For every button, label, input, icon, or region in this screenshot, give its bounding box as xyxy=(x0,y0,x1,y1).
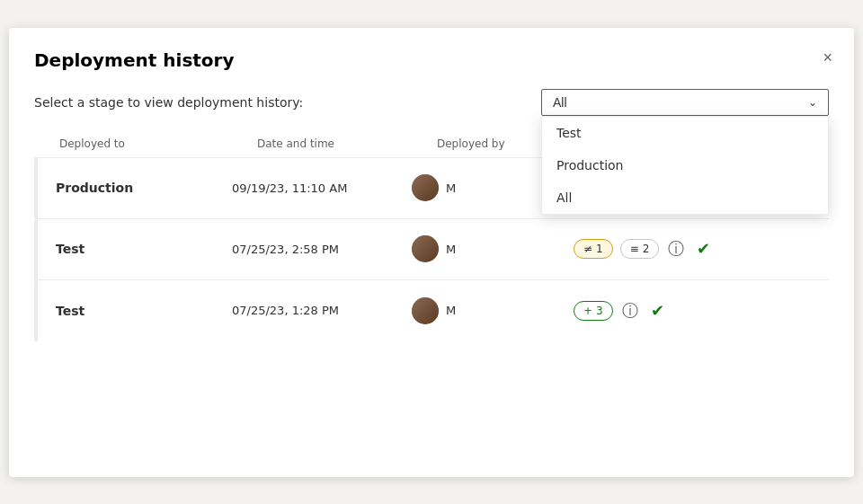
stage-dropdown-container: All ⌄ Test Production All xyxy=(541,89,829,116)
deployer-name: M xyxy=(446,181,456,195)
dropdown-option-production[interactable]: Production xyxy=(542,149,828,181)
deployed-by: M xyxy=(412,235,574,262)
date-time: 07/25/23, 2:58 PM xyxy=(232,243,412,256)
success-button[interactable]: ✔ xyxy=(649,301,666,321)
deployer-name: M xyxy=(446,243,456,256)
items-cell: + 3 ⓘ ✔ xyxy=(574,301,814,321)
success-button[interactable]: ✔ xyxy=(695,239,712,259)
changed-items-badge[interactable]: ≠ 1 xyxy=(574,239,613,259)
equal-icon: ≡ xyxy=(630,243,639,255)
stage-indicator xyxy=(34,219,38,279)
stage-indicator xyxy=(34,158,38,218)
avatar xyxy=(412,235,439,262)
added-count: 3 xyxy=(596,305,603,317)
equal-items-badge[interactable]: ≡ 2 xyxy=(620,239,660,259)
date-time: 07/25/23, 1:28 PM xyxy=(232,304,412,317)
stage-name: Production xyxy=(34,181,232,195)
stage-name: Test xyxy=(34,304,232,318)
stage-indicator xyxy=(34,280,38,341)
row-actions: ⓘ ✔ xyxy=(620,301,666,321)
changed-icon: ≠ xyxy=(583,243,592,255)
stage-name: Test xyxy=(34,242,232,256)
items-cell: ≠ 1 ≡ 2 ⓘ ✔ xyxy=(574,239,814,259)
close-button[interactable]: × xyxy=(819,46,836,69)
equal-count: 2 xyxy=(643,243,650,255)
table-row: Test 07/25/23, 1:28 PM M + 3 ⓘ ✔ xyxy=(34,280,829,341)
dropdown-option-test[interactable]: Test xyxy=(542,117,828,149)
info-button[interactable]: ⓘ xyxy=(666,239,686,259)
chevron-down-icon: ⌄ xyxy=(808,96,817,109)
stage-dropdown-menu: Test Production All xyxy=(541,116,829,215)
header-deployed-to: Deployed to xyxy=(59,137,257,150)
dialog-title: Deployment history xyxy=(34,49,829,71)
dropdown-option-all[interactable]: All xyxy=(542,181,828,214)
plus-icon: + xyxy=(583,305,592,317)
avatar-image xyxy=(412,174,439,201)
changed-count: 1 xyxy=(596,243,603,255)
avatar xyxy=(412,174,439,201)
stage-dropdown-button[interactable]: All ⌄ xyxy=(541,89,829,116)
stage-selector-label: Select a stage to view deployment histor… xyxy=(34,95,303,110)
deployed-by: M xyxy=(412,297,574,324)
added-items-badge[interactable]: + 3 xyxy=(574,301,613,321)
table-row: Test 07/25/23, 2:58 PM M ≠ 1 ≡ 2 ⓘ ✔ xyxy=(34,219,829,280)
header-date-time: Date and time xyxy=(257,137,437,150)
date-time: 09/19/23, 11:10 AM xyxy=(232,181,412,195)
info-button[interactable]: ⓘ xyxy=(620,301,640,321)
dropdown-selected-value: All xyxy=(553,95,567,110)
row-actions: ⓘ ✔ xyxy=(666,239,712,259)
stage-selector-row: Select a stage to view deployment histor… xyxy=(34,89,829,116)
avatar-image xyxy=(412,297,439,324)
avatar xyxy=(412,297,439,324)
avatar-image xyxy=(412,235,439,262)
deployer-name: M xyxy=(446,304,456,317)
deployment-history-dialog: Deployment history × Select a stage to v… xyxy=(9,28,854,477)
